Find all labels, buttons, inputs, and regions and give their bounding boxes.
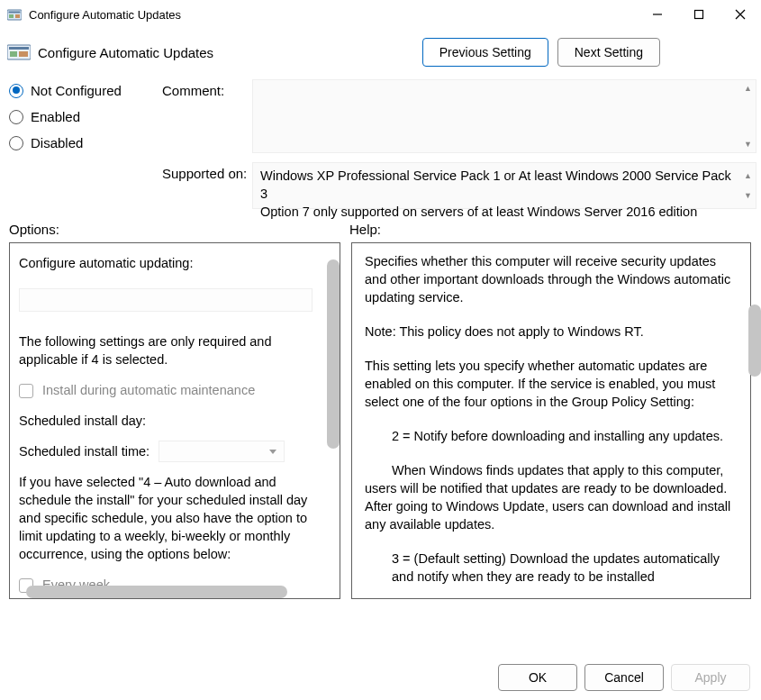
scroll-down-icon: ▼ [744, 186, 752, 205]
svg-rect-11 [19, 51, 28, 57]
radio-not-configured[interactable]: Not Configured [9, 83, 162, 98]
previous-setting-button[interactable]: Previous Setting [422, 38, 548, 67]
scroll-down-icon: ▼ [744, 140, 752, 149]
svg-rect-2 [9, 14, 14, 18]
window-title: Configure Automatic Updates [29, 8, 637, 22]
minimize-button[interactable] [637, 0, 678, 29]
help-text: When Windows finds updates that apply to… [365, 463, 730, 532]
supported-line-2: Option 7 only supported on servers of at… [260, 203, 738, 221]
apply-button[interactable]: Apply [671, 664, 750, 691]
svg-rect-5 [695, 11, 703, 19]
cancel-button[interactable]: Cancel [584, 664, 664, 691]
limit-updating-text: If you have selected "4 – Auto download … [19, 473, 331, 563]
scheduled-time-select[interactable] [159, 441, 285, 462]
install-maintenance-label: Install during automatic maintenance [42, 383, 255, 397]
radio-icon [9, 136, 23, 150]
app-icon [7, 7, 22, 22]
options-note: The following settings are only required… [19, 332, 331, 368]
help-paragraph: 2 = Notify before downloading and instal… [365, 427, 738, 445]
dialog-footer: OK Cancel Apply [498, 664, 750, 691]
policy-icon [7, 43, 31, 61]
options-horizontal-scrollbar[interactable] [26, 586, 287, 598]
configure-updating-label: Configure automatic updating: [19, 254, 331, 272]
comment-textarea[interactable]: ▲ ▼ [252, 79, 756, 153]
radio-label: Disabled [31, 135, 83, 150]
comment-label: Comment: [162, 79, 252, 153]
help-paragraph: 3 = (Default setting) Download the updat… [365, 550, 738, 586]
install-maintenance-checkbox[interactable] [19, 384, 33, 398]
supported-line-1: Windows XP Professional Service Pack 1 o… [260, 167, 738, 203]
close-button[interactable] [720, 0, 761, 29]
options-pane: Configure automatic updating: The follow… [9, 242, 340, 599]
radio-label: Enabled [31, 109, 80, 124]
radio-enabled[interactable]: Enabled [9, 109, 162, 124]
supported-on-text: Windows XP Professional Service Pack 1 o… [252, 162, 756, 209]
next-setting-button[interactable]: Next Setting [557, 38, 660, 67]
scheduled-day-label: Scheduled install day: [19, 412, 146, 430]
radio-disabled[interactable]: Disabled [9, 135, 162, 150]
svg-rect-10 [10, 51, 17, 57]
radio-icon [9, 84, 23, 98]
page-title: Configure Automatic Updates [38, 45, 422, 60]
configure-updating-select[interactable] [19, 288, 313, 312]
maximize-button[interactable] [678, 0, 720, 29]
help-pane-label: Help: [349, 222, 381, 237]
ok-button[interactable]: OK [498, 664, 577, 691]
help-paragraph: When Windows finds updates that apply to… [365, 461, 738, 533]
scheduled-time-label: Scheduled install time: [19, 442, 149, 460]
scroll-up-icon: ▲ [744, 84, 752, 93]
window-titlebar: Configure Automatic Updates [0, 0, 761, 29]
help-pane: Specifies whether this computer will rec… [351, 242, 751, 599]
radio-label: Not Configured [31, 83, 122, 98]
options-vertical-scrollbar[interactable] [327, 259, 340, 449]
help-paragraph: Specifies whether this computer will rec… [365, 252, 738, 306]
options-pane-label: Options: [9, 222, 349, 237]
help-paragraph: This setting lets you specify whether au… [365, 357, 738, 411]
svg-rect-3 [15, 14, 20, 18]
scroll-up-icon: ▲ [744, 167, 752, 185]
svg-rect-9 [9, 47, 29, 50]
radio-icon [9, 110, 23, 124]
svg-rect-1 [9, 12, 21, 14]
help-paragraph: Note: This policy does not apply to Wind… [365, 323, 738, 341]
supported-on-label: Supported on: [162, 162, 252, 209]
help-outer-scrollbar[interactable] [748, 305, 761, 377]
